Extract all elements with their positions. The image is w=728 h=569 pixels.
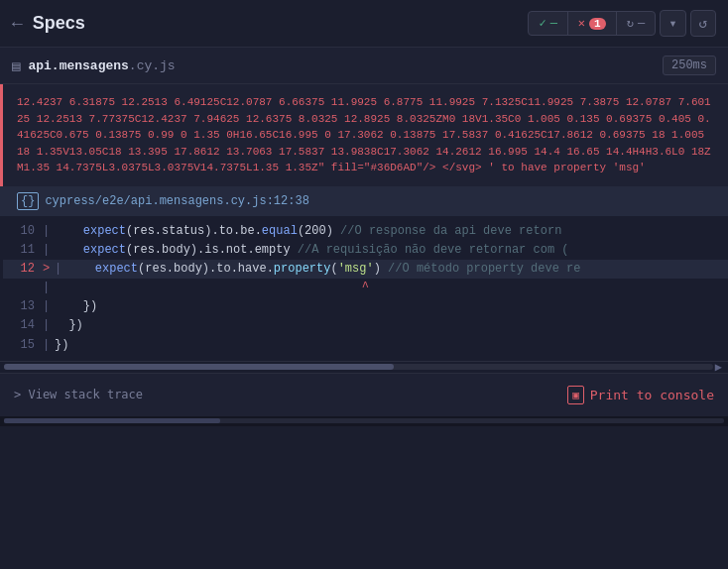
toolbar: ← Specs ✓ — ✕ 1 ↻ — ▾ ↺ bbox=[0, 0, 728, 48]
code-location[interactable]: {} cypress/e2e/api.mensagens.cy.js:12:38 bbox=[0, 186, 728, 216]
check-button[interactable]: ✓ — bbox=[529, 12, 567, 35]
main-content: ▤ api.mensagens.cy.js 250ms 12.4237 6.31… bbox=[0, 48, 728, 569]
error-badge: 1 bbox=[589, 18, 606, 30]
time-badge: 250ms bbox=[663, 56, 716, 75]
line-number: 15 bbox=[11, 336, 35, 355]
print-to-console-button[interactable]: ▣ Print to console bbox=[567, 386, 714, 404]
cross-icon: ✕ bbox=[578, 16, 585, 31]
back-icon[interactable]: ← bbox=[12, 14, 23, 34]
bottom-bar: > View stack trace ▣ Print to console bbox=[0, 373, 728, 416]
toolbar-right: ✓ — ✕ 1 ↻ — ▾ ↺ bbox=[528, 10, 716, 37]
code-text: expect(res.body).to.have.property('msg')… bbox=[66, 260, 581, 279]
check-icon: ✓ bbox=[539, 16, 546, 31]
line-arrow: > bbox=[43, 260, 55, 279]
error-block: 12.4237 6.31875 12.2513 6.49125C12.0787 … bbox=[0, 84, 728, 186]
line-pipe: | bbox=[43, 241, 55, 260]
print-label: Print to console bbox=[590, 388, 714, 402]
line-number: 10 bbox=[11, 222, 35, 241]
outer-scrollbar-thumb[interactable] bbox=[4, 418, 220, 423]
horizontal-scrollbar[interactable]: ▶ bbox=[0, 361, 728, 373]
code-text: }) bbox=[55, 316, 83, 335]
file-name: api.mensagens.cy.js bbox=[28, 58, 175, 73]
code-text: }) bbox=[55, 297, 97, 316]
outer-scrollbar-track[interactable] bbox=[4, 418, 724, 423]
reload-icon: ↺ bbox=[699, 15, 707, 32]
reload-button[interactable]: ↺ bbox=[690, 10, 716, 37]
caret-line: | ^ bbox=[3, 279, 728, 297]
spin-icon: ↻ bbox=[627, 16, 634, 31]
spin-button[interactable]: ↻ — bbox=[617, 12, 655, 35]
code-block: 10 | expect(res.status).to.be.equal(200)… bbox=[0, 216, 728, 361]
dash2: — bbox=[638, 17, 645, 31]
print-icon: ▣ bbox=[567, 386, 584, 404]
code-text: expect(res.status).to.be.equal(200) //O … bbox=[55, 222, 561, 241]
line-pipe: | bbox=[55, 260, 66, 279]
code-location-icon: {} bbox=[17, 192, 39, 210]
view-stack-trace-button[interactable]: > View stack trace bbox=[14, 388, 143, 401]
code-line-10: 10 | expect(res.status).to.be.equal(200)… bbox=[3, 222, 728, 241]
code-text: expect(res.body).is.not.empty //A requis… bbox=[55, 241, 569, 260]
chevron-button[interactable]: ▾ bbox=[660, 10, 685, 37]
toolbar-left: ← Specs bbox=[12, 13, 85, 34]
file-tab-bar: ▤ api.mensagens.cy.js 250ms bbox=[0, 48, 728, 84]
line-number: 13 bbox=[11, 297, 35, 316]
scrollbar-track[interactable] bbox=[4, 364, 713, 370]
chevron-down-icon: ▾ bbox=[668, 15, 676, 32]
line-pipe: | bbox=[43, 279, 55, 297]
cross-button[interactable]: ✕ 1 bbox=[568, 12, 617, 35]
code-line-15: 15 | }) bbox=[3, 336, 728, 355]
scrollbar-thumb[interactable] bbox=[4, 364, 394, 370]
page-title: Specs bbox=[33, 13, 85, 34]
dash1: — bbox=[550, 17, 557, 31]
outer-horizontal-scrollbar[interactable] bbox=[0, 416, 728, 426]
code-line-11: 11 | expect(res.body).is.not.empty //A r… bbox=[3, 241, 728, 260]
file-icon: ▤ bbox=[12, 57, 20, 74]
code-location-path: cypress/e2e/api.mensagens.cy.js:12:38 bbox=[45, 194, 308, 208]
line-pipe: | bbox=[43, 316, 55, 335]
code-text: }) bbox=[55, 336, 68, 355]
code-line-12: 12 > | expect(res.body).to.have.property… bbox=[3, 260, 728, 279]
line-number: 12 bbox=[11, 260, 35, 279]
line-pipe: | bbox=[43, 336, 55, 355]
test-status-group: ✓ — ✕ 1 ↻ — bbox=[528, 11, 656, 36]
code-line-13: 13 | }) bbox=[3, 297, 728, 316]
line-number: 11 bbox=[11, 241, 35, 260]
line-pipe: | bbox=[43, 297, 55, 316]
line-number: 14 bbox=[11, 316, 35, 335]
line-pipe: | bbox=[43, 222, 55, 241]
code-line-14: 14 | }) bbox=[3, 316, 728, 335]
caret-indicator: ^ bbox=[55, 279, 369, 297]
